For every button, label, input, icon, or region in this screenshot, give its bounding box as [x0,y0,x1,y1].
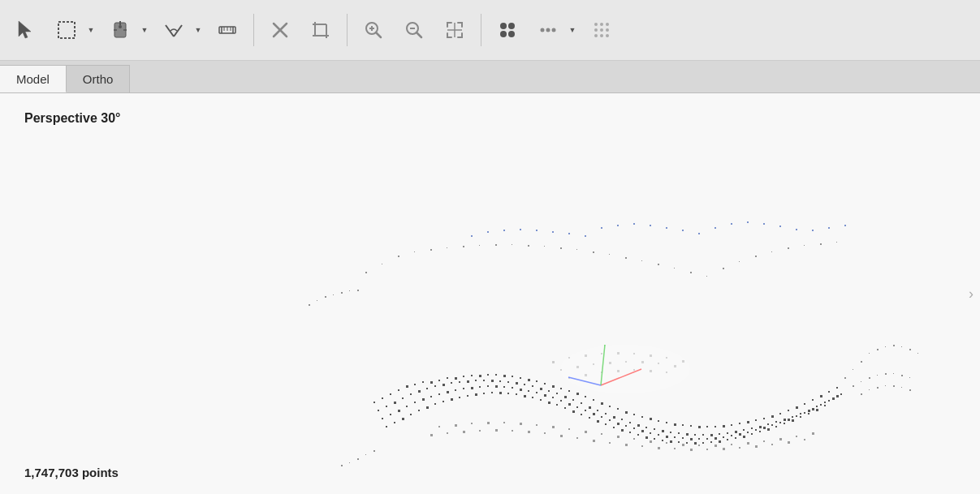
measure-button[interactable] [209,12,245,48]
svg-rect-221 [426,406,429,409]
svg-rect-158 [840,393,842,395]
svg-rect-142 [710,434,713,436]
svg-rect-98 [820,395,822,397]
svg-rect-413 [520,229,521,230]
svg-rect-424 [698,233,700,234]
svg-rect-140 [694,434,696,436]
svg-rect-362 [674,268,675,268]
svg-rect-176 [520,389,522,391]
svg-rect-220 [418,410,420,411]
svg-rect-48 [414,384,416,385]
svg-rect-242 [597,420,599,423]
svg-rect-379 [357,290,359,291]
svg-rect-423 [682,230,684,231]
svg-rect-101 [378,410,379,411]
svg-rect-201 [723,436,724,438]
angle-group: ▼ [156,12,205,48]
angle-dropdown[interactable]: ▼ [192,12,205,48]
point-cloud-view [0,93,980,494]
svg-rect-236 [548,402,550,404]
svg-rect-390 [853,385,854,387]
svg-rect-303 [568,428,570,430]
svg-rect-240 [581,414,582,415]
separator-2 [347,14,348,46]
svg-rect-282 [609,442,611,444]
move-dropdown[interactable]: ▼ [138,12,151,48]
rectangle-select-button[interactable] [49,12,84,48]
svg-rect-393 [877,375,878,376]
svg-point-31 [541,28,545,32]
svg-rect-133 [637,424,640,427]
delete-button[interactable] [262,12,298,48]
svg-rect-410 [471,235,473,237]
grid-button[interactable] [584,12,620,48]
crop-button[interactable] [303,12,339,48]
svg-rect-287 [690,449,693,451]
svg-rect-431 [812,230,814,231]
svg-rect-420 [633,223,635,225]
rectangle-select-dropdown[interactable]: ▼ [84,12,97,48]
svg-rect-67 [568,390,570,392]
svg-rect-425 [714,227,716,229]
svg-rect-163 [414,402,416,403]
svg-rect-53 [455,377,457,380]
svg-rect-343 [365,272,367,273]
zoom-in-button[interactable] [356,12,391,48]
more-button[interactable] [530,12,566,48]
svg-rect-258 [727,439,728,440]
dots-view-button[interactable] [490,12,525,48]
svg-rect-118 [516,382,518,384]
svg-rect-319 [552,361,555,363]
select-tool-button[interactable] [8,12,44,48]
svg-rect-267 [800,416,801,418]
svg-rect-61 [520,377,521,379]
svg-rect-281 [593,440,595,442]
svg-rect-49 [422,381,424,383]
tab-ortho-label: Ortho [83,72,114,86]
svg-rect-108 [434,385,436,387]
svg-rect-264 [775,426,777,427]
svg-rect-348 [447,247,447,248]
svg-rect-128 [597,410,598,411]
svg-rect-244 [613,427,615,428]
svg-point-38 [600,28,603,32]
more-dropdown[interactable]: ▼ [566,12,579,48]
svg-rect-52 [447,377,448,379]
tab-ortho[interactable]: Ortho [67,65,131,92]
svg-rect-148 [759,426,762,428]
svg-rect-164 [422,398,425,401]
svg-rect-212 [812,408,814,410]
svg-rect-247 [637,434,639,436]
svg-rect-58 [495,374,497,376]
move-button[interactable] [102,12,138,48]
more-group: ▼ [530,12,579,48]
svg-rect-293 [788,441,790,444]
svg-rect-400 [877,387,879,389]
svg-rect-270 [824,405,826,406]
svg-rect-239 [572,410,575,413]
svg-rect-272 [447,432,448,434]
svg-rect-171 [479,386,481,388]
svg-rect-251 [670,440,672,443]
svg-rect-284 [641,445,643,447]
svg-rect-227 [475,393,477,396]
tab-model[interactable]: Model [0,65,67,92]
svg-rect-213 [820,404,822,406]
svg-rect-417 [585,235,586,237]
svg-rect-51 [438,380,440,381]
svg-rect-123 [556,393,558,394]
svg-rect-217 [394,422,395,423]
zoom-out-button[interactable] [396,12,432,48]
svg-rect-193 [658,434,659,436]
svg-rect-194 [666,436,668,438]
svg-rect-277 [528,431,530,433]
svg-rect-125 [572,399,574,401]
svg-rect-113 [475,380,477,381]
svg-rect-412 [503,230,505,231]
svg-rect-351 [495,244,497,246]
svg-rect-198 [698,438,700,440]
svg-rect-432 [828,227,830,229]
svg-rect-386 [893,345,895,346]
fit-view-button[interactable] [437,12,473,48]
angle-button[interactable] [156,12,192,48]
